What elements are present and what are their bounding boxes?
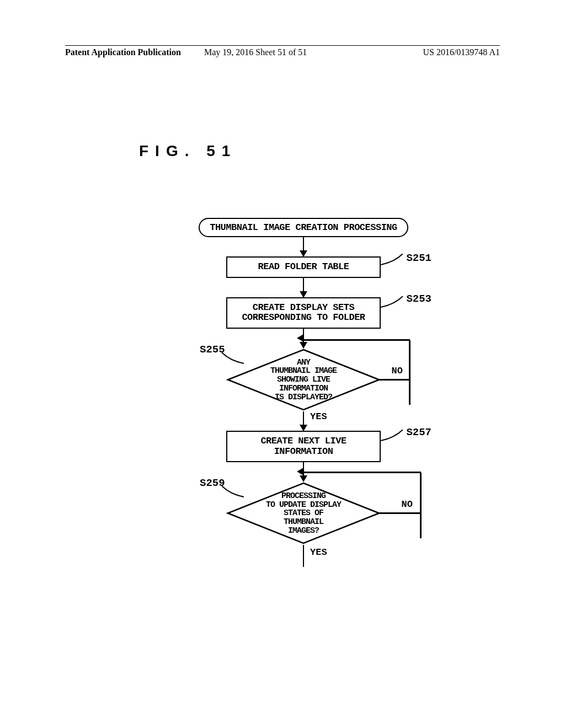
- header-date-sheet: May 19, 2016 Sheet 51 of 51: [204, 47, 307, 57]
- step-s253: CREATE DISPLAY SETS CORRESPONDING TO FOL…: [226, 297, 381, 329]
- branch-line: [378, 512, 421, 514]
- decision-s259: PROCESSING TO UPDATE DISPLAY STATES OF T…: [226, 481, 381, 545]
- yes-label: YES: [310, 411, 327, 422]
- flowchart-start: THUMBNAIL IMAGE CREATION PROCESSING: [199, 218, 408, 237]
- connector-curve: [381, 254, 406, 267]
- connector-curve: [381, 430, 406, 443]
- figure-title: FIG. 51: [139, 142, 237, 160]
- yes-label: YES: [310, 547, 327, 558]
- loop-line: [420, 473, 422, 538]
- loop-line: [304, 339, 410, 341]
- branch-line: [378, 379, 410, 381]
- label-s251: S251: [406, 252, 431, 264]
- loop-line: [409, 340, 411, 405]
- connector-curve: [222, 486, 247, 500]
- header-divider: [65, 45, 500, 46]
- label-s259: S259: [200, 477, 225, 489]
- no-label: NO: [392, 366, 403, 376]
- merge-arrow: [297, 468, 303, 475]
- label-s257: S257: [406, 426, 431, 438]
- label-s255: S255: [200, 344, 225, 356]
- flowchart-container: THUMBNAIL IMAGE CREATION PROCESSING READ…: [171, 218, 436, 567]
- arrow: [303, 237, 305, 256]
- step-s251: READ FOLDER TABLE: [226, 256, 381, 278]
- arrow: [303, 278, 305, 297]
- connector-curve: [222, 352, 247, 366]
- no-label: NO: [402, 499, 413, 510]
- loop-line: [304, 472, 421, 473]
- connector-curve: [381, 296, 406, 310]
- header-patent-number: US 2016/0139748 A1: [423, 47, 500, 57]
- step-s257: CREATE NEXT LIVE INFORMATION: [226, 431, 381, 462]
- header-publication: Patent Application Publication: [65, 47, 181, 57]
- decision-s255: ANY THUMBNAIL IMAGE SHOWING LIVE INFORMA…: [226, 348, 381, 411]
- merge-arrow: [297, 334, 303, 342]
- label-s253: S253: [406, 293, 431, 305]
